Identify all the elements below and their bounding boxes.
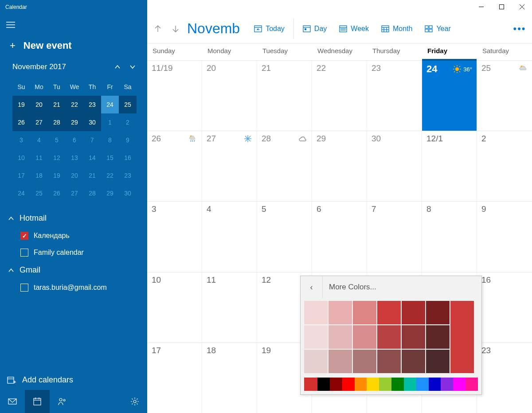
day-cell[interactable]: 29 xyxy=(312,131,367,201)
day-cell[interactable]: 5 xyxy=(257,202,312,272)
mini-day[interactable]: 19 xyxy=(48,167,66,184)
mini-day[interactable]: 23 xyxy=(119,167,137,184)
mini-day[interactable]: 26 xyxy=(48,184,66,202)
color-swatch[interactable] xyxy=(402,325,425,349)
mini-day[interactable]: 24 xyxy=(101,96,119,113)
hue-swatch[interactable] xyxy=(379,378,391,391)
day-cell[interactable]: 28 xyxy=(257,131,312,201)
mini-day[interactable]: 29 xyxy=(101,184,119,202)
today-button[interactable]: Today xyxy=(248,22,291,35)
hue-swatch[interactable] xyxy=(441,378,453,391)
calendar-item-hotmail-1[interactable]: Family calendar xyxy=(0,244,147,261)
maximize-button[interactable] xyxy=(491,0,512,13)
checkbox-unchecked-icon[interactable] xyxy=(20,249,28,257)
day-cell[interactable]: 2436° xyxy=(422,61,477,131)
day-cell[interactable]: 11/19 xyxy=(147,61,202,131)
hue-swatch[interactable] xyxy=(355,378,367,391)
mini-day[interactable]: 12 xyxy=(48,149,66,167)
color-swatch[interactable] xyxy=(329,301,352,324)
mini-day[interactable]: 5 xyxy=(48,131,66,149)
day-view-button[interactable]: Day xyxy=(297,22,333,35)
mini-day[interactable]: 14 xyxy=(83,149,101,167)
day-cell[interactable]: 16 xyxy=(477,273,532,343)
year-view-button[interactable]: Year xyxy=(419,22,457,35)
week-view-button[interactable]: Week xyxy=(333,22,375,35)
mini-prev-month-button[interactable] xyxy=(110,60,125,74)
mini-day[interactable]: 25 xyxy=(119,96,137,113)
hue-swatch[interactable] xyxy=(367,378,379,391)
color-swatch[interactable] xyxy=(353,350,376,373)
mini-day[interactable]: 6 xyxy=(66,131,83,149)
color-swatch[interactable] xyxy=(426,301,450,324)
account-hotmail-toggle[interactable]: Hotmail xyxy=(0,209,147,227)
checkbox-unchecked-icon[interactable] xyxy=(20,284,28,292)
mini-day[interactable]: 27 xyxy=(66,184,83,202)
hue-swatch[interactable] xyxy=(466,378,478,391)
day-cell[interactable]: 3 xyxy=(147,202,202,272)
day-cell[interactable]: 21 xyxy=(257,61,312,131)
account-gmail-toggle[interactable]: Gmail xyxy=(0,261,147,279)
picker-back-button[interactable]: ‹ xyxy=(301,276,323,298)
people-button[interactable] xyxy=(50,390,74,413)
prev-period-button[interactable] xyxy=(149,20,167,38)
mini-day[interactable]: 22 xyxy=(101,167,119,184)
color-swatch[interactable] xyxy=(377,350,401,373)
mini-day[interactable]: 17 xyxy=(12,167,30,184)
hue-swatch[interactable] xyxy=(416,378,429,391)
mini-day[interactable]: 7 xyxy=(83,131,101,149)
day-cell[interactable]: 2 xyxy=(477,131,532,201)
hue-swatch[interactable] xyxy=(317,378,330,391)
mini-next-month-button[interactable] xyxy=(125,60,140,74)
hue-swatch[interactable] xyxy=(391,378,404,391)
day-cell[interactable]: 6 xyxy=(312,202,367,272)
hue-swatch[interactable] xyxy=(342,378,355,391)
mail-button[interactable] xyxy=(0,390,25,413)
color-swatch[interactable] xyxy=(377,325,401,349)
mini-day[interactable]: 21 xyxy=(48,96,66,113)
month-view-button[interactable]: Month xyxy=(375,22,419,35)
color-swatch[interactable] xyxy=(304,325,328,349)
day-cell[interactable]: 11 xyxy=(202,273,257,343)
day-cell[interactable]: 20 xyxy=(202,61,257,131)
mini-day[interactable]: 10 xyxy=(12,149,30,167)
settings-button[interactable] xyxy=(122,390,147,413)
mini-day[interactable]: 30 xyxy=(83,113,101,131)
mini-day[interactable]: 26 xyxy=(12,113,30,131)
color-swatch[interactable] xyxy=(402,301,425,324)
checkbox-checked-icon[interactable] xyxy=(20,232,28,240)
mini-day[interactable]: 28 xyxy=(48,113,66,131)
mini-day[interactable]: 11 xyxy=(30,149,48,167)
calendar-item-hotmail-0[interactable]: Календарь xyxy=(0,227,147,244)
mini-day[interactable]: 20 xyxy=(30,96,48,113)
day-cell[interactable]: 9 xyxy=(477,202,532,272)
mini-day[interactable]: 24 xyxy=(12,184,30,202)
mini-day[interactable]: 28 xyxy=(83,184,101,202)
mini-day[interactable]: 3 xyxy=(12,131,30,149)
day-cell[interactable]: 30 xyxy=(367,131,422,201)
mini-day[interactable]: 18 xyxy=(30,167,48,184)
mini-day[interactable]: 15 xyxy=(101,149,119,167)
color-swatch[interactable] xyxy=(426,325,450,349)
day-cell[interactable]: 12/1 xyxy=(422,131,477,201)
add-calendars-button[interactable]: Add calendars xyxy=(0,370,147,390)
day-cell[interactable]: 25 xyxy=(477,61,532,131)
mini-day[interactable]: 22 xyxy=(66,96,83,113)
day-cell[interactable]: 8 xyxy=(422,202,477,272)
day-cell[interactable]: 18 xyxy=(202,343,257,413)
mini-day[interactable]: 2 xyxy=(119,113,137,131)
new-event-button[interactable]: + New event xyxy=(0,35,147,60)
mini-day[interactable]: 20 xyxy=(66,167,83,184)
hamburger-button[interactable] xyxy=(0,14,21,35)
mini-day[interactable]: 16 xyxy=(119,149,137,167)
mini-day[interactable]: 9 xyxy=(119,131,137,149)
hue-swatch[interactable] xyxy=(453,378,466,391)
color-swatch-selected[interactable] xyxy=(450,301,474,373)
color-swatch[interactable] xyxy=(353,301,376,324)
mini-day[interactable]: 30 xyxy=(119,184,137,202)
mini-day[interactable]: 19 xyxy=(12,96,30,113)
color-swatch[interactable] xyxy=(353,325,376,349)
day-cell[interactable]: 22 xyxy=(312,61,367,131)
color-swatch[interactable] xyxy=(377,301,401,324)
calendar-item-gmail-0[interactable]: taras.buria@gmail.com xyxy=(0,279,147,296)
hue-swatch[interactable] xyxy=(330,378,342,391)
